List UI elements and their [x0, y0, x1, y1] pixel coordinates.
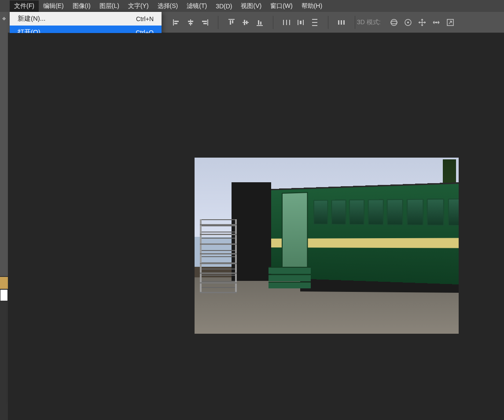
- svg-rect-2: [174, 23, 177, 24]
- svg-rect-27: [338, 20, 339, 25]
- svg-rect-1: [174, 21, 179, 22]
- svg-rect-21: [298, 20, 298, 25]
- align-bottom-icon[interactable]: [254, 17, 265, 28]
- background-color-swatch[interactable]: [0, 289, 8, 301]
- svg-rect-20: [289, 20, 290, 25]
- image-train-vestibule: [232, 182, 271, 281]
- svg-rect-16: [258, 20, 259, 25]
- menu-3d[interactable]: 3D(D): [211, 1, 236, 11]
- align-left-icon[interactable]: [171, 17, 182, 28]
- canvas-area[interactable]: [8, 33, 504, 420]
- svg-rect-23: [303, 20, 304, 25]
- align-top-icon[interactable]: [226, 17, 237, 28]
- svg-rect-13: [244, 20, 245, 25]
- menu-item--n-[interactable]: 新建(N)...Ctrl+N: [10, 12, 162, 26]
- distribute-v-icon[interactable]: [309, 17, 320, 28]
- distribute-h-icon[interactable]: [281, 17, 292, 28]
- svg-rect-7: [202, 21, 207, 22]
- menu-image[interactable]: 图像(I): [68, 0, 95, 12]
- svg-point-30: [391, 19, 397, 26]
- svg-rect-25: [312, 22, 317, 23]
- move-tool-icon[interactable]: ✥: [0, 12, 8, 25]
- svg-rect-17: [260, 22, 261, 25]
- menu-window[interactable]: 窗口(W): [266, 0, 297, 12]
- menu-item-label: 新建(N)...: [18, 15, 136, 23]
- svg-rect-3: [190, 19, 191, 26]
- image-train-door: [282, 192, 308, 271]
- svg-rect-19: [286, 20, 287, 25]
- svg-rect-26: [312, 25, 317, 26]
- svg-rect-24: [312, 19, 317, 20]
- svg-rect-9: [228, 19, 235, 20]
- menu-item-shortcut: Ctrl+N: [136, 15, 154, 22]
- menu-help[interactable]: 帮助(H): [297, 0, 327, 12]
- separator: [355, 16, 355, 29]
- svg-rect-8: [203, 23, 207, 24]
- svg-rect-10: [230, 20, 231, 25]
- menu-file[interactable]: 文件(F): [10, 0, 39, 12]
- svg-rect-5: [189, 23, 192, 24]
- image-stair-steps: [200, 219, 237, 293]
- foreground-color-swatch[interactable]: [0, 277, 8, 289]
- separator: [273, 16, 273, 29]
- 3d-scale-icon[interactable]: [445, 17, 456, 28]
- menu-edit[interactable]: 编辑(E): [39, 0, 68, 12]
- 3d-slide-icon[interactable]: [431, 17, 441, 28]
- document-image[interactable]: [195, 158, 459, 334]
- svg-rect-14: [246, 21, 247, 24]
- svg-rect-15: [257, 25, 263, 26]
- align-vcenter-icon[interactable]: [240, 17, 251, 28]
- align-hcenter-icon[interactable]: [185, 17, 196, 28]
- svg-point-33: [407, 22, 409, 23]
- svg-point-34: [435, 22, 437, 23]
- menu-view[interactable]: 视图(V): [236, 0, 266, 12]
- svg-rect-12: [243, 22, 249, 23]
- menu-type[interactable]: 文字(Y): [124, 0, 153, 12]
- image-train-steps: [269, 267, 311, 288]
- svg-rect-6: [207, 19, 208, 26]
- svg-rect-29: [343, 20, 345, 25]
- svg-rect-11: [232, 20, 233, 23]
- align-right-icon[interactable]: [199, 17, 210, 28]
- menu-layer[interactable]: 图层(L): [95, 0, 124, 12]
- svg-rect-4: [188, 21, 193, 22]
- 3d-orbit-icon[interactable]: [389, 17, 399, 28]
- distribute-spacing-icon[interactable]: [336, 17, 347, 28]
- 3d-mode-label: 3D 模式:: [357, 18, 381, 26]
- svg-rect-22: [300, 21, 302, 24]
- svg-point-31: [391, 21, 397, 24]
- menubar: 文件(F) 编辑(E) 图像(I) 图层(L) 文字(Y) 选择(S) 滤镜(T…: [0, 0, 504, 12]
- 3d-roll-icon[interactable]: [403, 17, 413, 28]
- tools-panel-fragment: ✥: [0, 12, 8, 276]
- separator: [218, 16, 218, 29]
- image-train-windows: [313, 199, 459, 226]
- distribute-hcenter-icon[interactable]: [295, 17, 306, 28]
- menu-filter[interactable]: 滤镜(T): [182, 0, 211, 12]
- svg-rect-28: [341, 20, 342, 25]
- 3d-pan-icon[interactable]: [417, 17, 427, 28]
- menu-select[interactable]: 选择(S): [153, 0, 183, 12]
- svg-rect-18: [283, 20, 284, 25]
- separator: [328, 16, 328, 29]
- svg-rect-0: [173, 19, 174, 26]
